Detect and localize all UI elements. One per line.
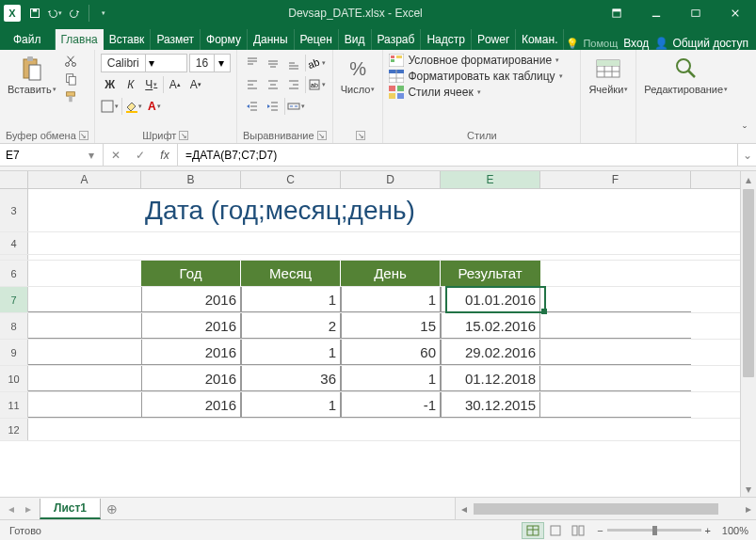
zoom-slider[interactable] (607, 529, 701, 532)
row-header[interactable]: 4 (0, 232, 28, 254)
qat-customize-icon[interactable]: ▾ (94, 4, 113, 23)
tell-me[interactable]: 💡Помощ (566, 38, 618, 50)
cell[interactable] (28, 261, 141, 286)
tab-developer[interactable]: Разраб (372, 29, 422, 50)
cell[interactable] (540, 287, 691, 312)
add-sheet-icon[interactable]: ⊕ (101, 498, 123, 519)
bold-button[interactable]: Ж (101, 75, 120, 94)
chevron-down-icon[interactable]: ▾ (214, 55, 227, 71)
col-header-B[interactable]: B (141, 171, 241, 188)
minimize-icon[interactable] (637, 0, 675, 26)
table-cell[interactable]: 15 (341, 313, 441, 339)
tab-layout[interactable]: Размет (151, 29, 201, 50)
cell[interactable] (540, 340, 691, 365)
formula-input[interactable] (178, 144, 737, 166)
cell[interactable] (28, 255, 691, 260)
cell[interactable] (28, 366, 141, 391)
name-box-input[interactable] (0, 149, 83, 162)
decrease-indent-icon[interactable] (243, 97, 262, 116)
col-header-D[interactable]: D (341, 171, 441, 188)
cell[interactable] (28, 232, 691, 254)
format-painter-icon[interactable] (62, 89, 79, 104)
editing-button[interactable]: Редактирование▾ (642, 54, 730, 97)
tab-review[interactable]: Рецен (295, 29, 339, 50)
tab-insert[interactable]: Вставк (104, 29, 152, 50)
cell[interactable] (540, 392, 691, 418)
name-box[interactable]: ▾ (0, 144, 104, 166)
font-size-combo[interactable]: 16▾ (189, 54, 231, 72)
row-header[interactable]: 3 (0, 189, 28, 231)
undo-icon[interactable]: ▾ (45, 4, 64, 23)
align-top-icon[interactable] (243, 54, 262, 72)
underline-button[interactable]: Ч (142, 75, 161, 94)
grow-font-icon[interactable]: A▴ (166, 75, 185, 94)
alignment-dialog-icon[interactable]: ↘ (317, 131, 327, 140)
borders-icon[interactable] (101, 97, 120, 116)
save-icon[interactable] (25, 4, 44, 23)
scroll-right-icon[interactable]: ▸ (740, 498, 756, 519)
select-all-corner[interactable] (0, 171, 28, 188)
sheet-nav-next-icon[interactable]: ▸ (21, 502, 36, 516)
row-header[interactable]: 7 (0, 287, 28, 312)
tab-file[interactable]: Файл (0, 29, 56, 50)
table-header[interactable]: Год (141, 261, 241, 286)
zoom-out-icon[interactable]: − (597, 525, 603, 536)
col-header-C[interactable]: C (241, 171, 341, 188)
row-header[interactable]: 10 (0, 366, 28, 391)
cancel-icon[interactable]: ✕ (104, 144, 128, 166)
table-cell[interactable]: 36 (241, 366, 341, 391)
table-cell[interactable]: 2016 (141, 366, 241, 391)
sheet-nav-prev-icon[interactable]: ◂ (4, 502, 19, 516)
maximize-icon[interactable] (677, 0, 715, 26)
tab-power[interactable]: Power (472, 29, 516, 50)
table-cell[interactable]: 1 (241, 340, 341, 365)
align-left-icon[interactable] (243, 75, 262, 94)
table-cell[interactable]: 2 (241, 313, 341, 339)
number-dialog-icon[interactable]: ↘ (356, 131, 365, 140)
cell[interactable] (540, 313, 691, 339)
collapse-ribbon-icon[interactable]: ˇ (737, 124, 752, 139)
table-cell[interactable]: 1 (341, 287, 441, 312)
format-as-table-button[interactable]: Форматировать как таблицу▾ (389, 70, 562, 83)
table-cell[interactable]: 29.02.2016 (441, 340, 540, 365)
fill-color-icon[interactable] (124, 97, 143, 116)
table-cell[interactable]: -1 (341, 392, 441, 418)
tab-team[interactable]: Коман. (516, 29, 565, 50)
table-cell[interactable]: 01.12.2018 (441, 366, 540, 391)
scroll-down-icon[interactable]: ▾ (741, 481, 756, 497)
table-cell[interactable]: 2016 (141, 287, 241, 312)
col-header-A[interactable]: A (28, 171, 141, 188)
cells-button[interactable]: Ячейки▾ (587, 54, 630, 97)
table-cell[interactable]: 30.12.2015 (441, 392, 540, 418)
tab-data[interactable]: Данны (248, 29, 295, 50)
chevron-down-icon[interactable]: ▾ (83, 149, 100, 162)
font-color-icon[interactable]: A (145, 97, 164, 116)
align-middle-icon[interactable] (264, 54, 282, 72)
wrap-text-icon[interactable]: ab (308, 75, 327, 94)
cell[interactable] (540, 366, 691, 391)
scroll-thumb[interactable] (743, 189, 754, 377)
horizontal-scrollbar[interactable]: ◂ ▸ (455, 498, 756, 519)
cell-styles-button[interactable]: Стили ячеек▾ (389, 86, 562, 99)
paste-button[interactable]: Вставить▾ (6, 54, 58, 97)
share-button[interactable]: 👤Общий доступ (654, 37, 748, 50)
orientation-icon[interactable]: ab (308, 54, 327, 72)
clipboard-dialog-icon[interactable]: ↘ (79, 131, 88, 140)
cell[interactable] (28, 419, 691, 440)
normal-view-icon[interactable] (522, 522, 544, 539)
align-bottom-icon[interactable] (284, 54, 303, 72)
table-cell[interactable]: 1 (341, 366, 441, 391)
copy-icon[interactable] (62, 71, 79, 87)
sign-in[interactable]: Вход (623, 37, 649, 50)
zoom-in-icon[interactable]: + (705, 525, 711, 536)
page-break-view-icon[interactable] (567, 522, 589, 539)
table-header[interactable]: Результат (441, 261, 540, 286)
tab-view[interactable]: Вид (339, 29, 372, 50)
font-name-combo[interactable]: Calibri▾ (101, 54, 187, 72)
cut-icon[interactable] (62, 54, 79, 69)
row-header[interactable]: 8 (0, 313, 28, 339)
scroll-thumb[interactable] (474, 503, 718, 515)
zoom-level[interactable]: 100% (715, 525, 748, 536)
cell[interactable] (28, 313, 141, 339)
vertical-scrollbar[interactable]: ▴ ▾ (740, 171, 756, 497)
